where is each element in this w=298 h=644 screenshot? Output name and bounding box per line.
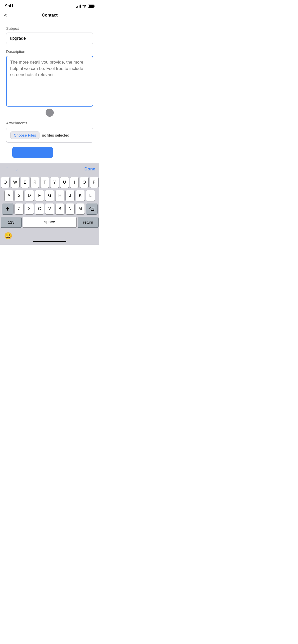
key-m[interactable]: M <box>76 203 85 214</box>
key-z[interactable]: Z <box>15 203 23 214</box>
key-h[interactable]: H <box>56 190 64 201</box>
keyboard-row-3: Z X C V B N M <box>1 203 98 214</box>
emoji-button[interactable]: 😀 <box>4 232 12 240</box>
choose-files-button[interactable]: Choose Files <box>10 131 39 139</box>
key-j[interactable]: J <box>66 190 74 201</box>
key-p[interactable]: P <box>90 177 98 188</box>
keyboard-done-button[interactable]: Done <box>85 167 96 172</box>
keyboard-next-button[interactable]: ⌄ <box>14 165 20 173</box>
nav-title: Contact <box>42 13 58 18</box>
keyboard-nav-buttons: ⌃ ⌄ <box>4 165 20 173</box>
key-n[interactable]: N <box>66 203 74 214</box>
key-f[interactable]: F <box>35 190 44 201</box>
status-icons <box>76 5 94 8</box>
key-w[interactable]: W <box>11 177 19 188</box>
key-t[interactable]: T <box>40 177 49 188</box>
attachments-label: Attachments <box>6 121 93 125</box>
battery-icon <box>88 5 94 8</box>
key-q[interactable]: Q <box>1 177 9 188</box>
key-return[interactable]: return <box>78 217 98 227</box>
key-e[interactable]: E <box>21 177 29 188</box>
keyboard-toolbar: ⌃ ⌄ Done <box>0 163 99 175</box>
key-d[interactable]: D <box>25 190 34 201</box>
signal-icon <box>76 5 81 8</box>
key-y[interactable]: Y <box>50 177 59 188</box>
status-time: 9:41 <box>5 4 13 9</box>
home-indicator <box>33 241 66 242</box>
form-content: Subject Description Attachments Choose F… <box>0 21 99 163</box>
key-123[interactable]: 123 <box>1 217 21 227</box>
key-o[interactable]: O <box>80 177 88 188</box>
description-textarea[interactable] <box>6 56 93 107</box>
subject-label: Subject <box>6 26 93 31</box>
keyboard-prev-button[interactable]: ⌃ <box>4 165 10 173</box>
key-b[interactable]: B <box>56 203 64 214</box>
shift-key[interactable] <box>2 203 13 214</box>
nav-bar: < Contact <box>0 11 99 21</box>
key-s[interactable]: S <box>15 190 23 201</box>
home-bar-area: 😀 <box>0 230 99 245</box>
key-u[interactable]: U <box>60 177 69 188</box>
key-x[interactable]: X <box>25 203 34 214</box>
key-l[interactable]: L <box>86 190 95 201</box>
key-k[interactable]: K <box>76 190 85 201</box>
key-g[interactable]: G <box>45 190 54 201</box>
subject-input[interactable] <box>6 33 93 44</box>
submit-button-partial[interactable] <box>12 147 53 158</box>
description-label: Description <box>6 49 93 54</box>
wifi-icon <box>82 5 86 8</box>
scroll-indicator <box>6 109 93 117</box>
status-bar: 9:41 <box>0 0 99 11</box>
keyboard-bottom-row: 123 space return <box>1 217 98 227</box>
file-input-area: Choose Files no files selected <box>6 128 93 143</box>
back-button[interactable]: < <box>4 13 7 18</box>
key-space[interactable]: space <box>23 217 76 227</box>
scroll-dot <box>46 109 54 117</box>
keyboard-row-2: A S D F G H J K L <box>1 190 98 201</box>
backspace-key[interactable] <box>86 203 97 214</box>
no-files-text: no files selected <box>42 133 70 137</box>
attachments-section: Attachments Choose Files no files select… <box>6 121 93 143</box>
keyboard: Q W E R T Y U I O P A S D F G H J K L Z … <box>0 175 99 230</box>
keyboard-row-1: Q W E R T Y U I O P <box>1 177 98 188</box>
key-i[interactable]: I <box>70 177 79 188</box>
key-c[interactable]: C <box>35 203 44 214</box>
key-v[interactable]: V <box>45 203 54 214</box>
key-r[interactable]: R <box>31 177 39 188</box>
key-a[interactable]: A <box>5 190 13 201</box>
